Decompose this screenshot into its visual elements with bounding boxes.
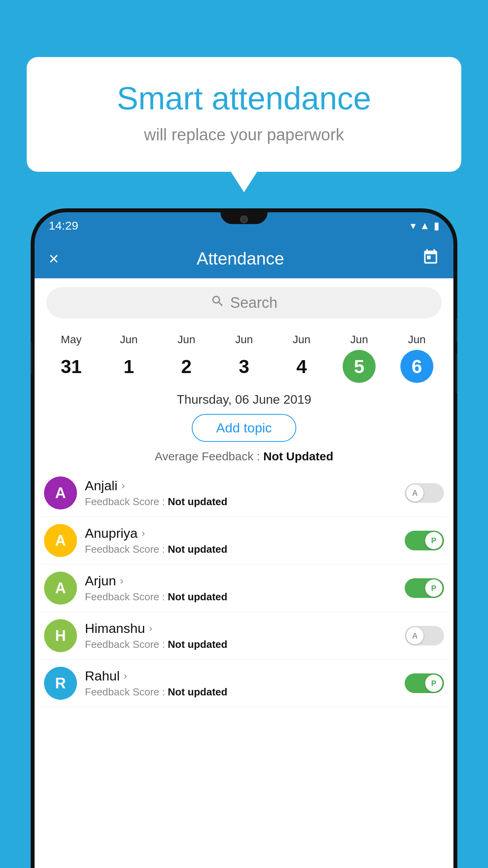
avatar: A [44,572,77,605]
toggle-wrap[interactable]: P [405,578,444,598]
student-list: AAnjali›Feedback Score : Not updatedAAAn… [35,469,453,707]
feedback-score: Feedback Score : Not updated [85,496,397,508]
student-item[interactable]: AAnupriya›Feedback Score : Not updatedP [41,517,447,565]
date-number[interactable]: 6 [400,350,433,383]
toggle-knob: P [425,675,442,692]
student-name: Himanshu› [85,621,397,636]
student-name: Anupriya› [85,526,397,541]
attendance-toggle[interactable]: P [405,578,444,598]
student-info: Rahul›Feedback Score : Not updated [77,668,405,698]
toggle-wrap[interactable]: A [405,626,444,645]
phone-frame: 14:29 ▾ ▲ ▮ × Attendance [31,208,457,868]
attendance-toggle[interactable]: A [405,626,444,645]
bubble-subtitle: will replace your paperwork [58,125,430,144]
speech-bubble: Smart attendance will replace your paper… [27,57,461,172]
camera [240,215,248,223]
student-info: Arjun›Feedback Score : Not updated [77,573,405,603]
date-strip: May31Jun1Jun2Jun3Jun4Jun5Jun6 [35,327,453,387]
chevron-icon: › [124,670,127,682]
add-topic-button[interactable]: Add topic [192,414,296,442]
student-info: Anjali›Feedback Score : Not updated [77,478,405,508]
feedback-score: Feedback Score : Not updated [85,543,397,555]
avatar: A [44,524,77,557]
toggle-knob: A [406,484,424,502]
date-month: Jun [293,333,310,346]
toggle-wrap[interactable]: P [405,673,444,693]
avatar: H [44,619,77,652]
student-item[interactable]: AAnjali›Feedback Score : Not updatedA [41,469,447,517]
avg-feedback: Average Feedback : Not Updated [35,448,453,469]
side-button-right-2 [456,354,457,393]
date-item[interactable]: May31 [42,333,100,383]
search-container: Search [35,278,453,327]
toggle-knob: A [406,627,424,644]
toggle-wrap[interactable]: A [405,483,444,503]
attendance-toggle[interactable]: P [405,673,444,693]
notch [220,212,268,224]
attendance-toggle[interactable]: P [405,531,444,550]
date-month: Jun [235,333,253,346]
close-button[interactable]: × [49,249,59,268]
date-number[interactable]: 3 [227,350,261,383]
speech-bubble-container: Smart attendance will replace your paper… [27,57,461,172]
side-button-left [31,342,32,373]
date-item[interactable]: Jun2 [158,333,215,383]
header-title: Attendance [197,249,284,268]
feedback-score: Feedback Score : Not updated [85,638,397,651]
date-item[interactable]: Jun6 [388,333,446,383]
feedback-score: Feedback Score : Not updated [85,686,397,698]
avatar: A [44,476,77,509]
wifi-icon: ▾ [411,220,416,232]
avg-feedback-value: Not Updated [263,450,333,463]
bubble-title: Smart attendance [58,81,430,116]
date-month: Jun [178,333,195,346]
calendar-icon[interactable] [422,248,439,269]
date-number[interactable]: 31 [55,350,88,383]
avg-feedback-label: Average Feedback : [155,450,263,463]
phone-inner: 14:29 ▾ ▲ ▮ × Attendance [35,212,453,868]
feedback-score: Feedback Score : Not updated [85,591,397,603]
student-info: Anupriya›Feedback Score : Not updated [77,526,405,555]
student-item[interactable]: HHimanshu›Feedback Score : Not updatedA [41,612,447,660]
side-button-right-1 [456,318,457,342]
chevron-icon: › [149,622,152,634]
student-name-text: Anupriya [85,526,138,541]
date-number[interactable]: 2 [170,350,203,383]
student-name-text: Anjali [85,478,117,493]
student-name: Anjali› [85,478,397,493]
chevron-icon: › [141,527,145,539]
toggle-knob: P [425,532,442,549]
date-item[interactable]: Jun4 [273,333,330,383]
signal-icon: ▲ [420,220,430,232]
selected-date-label: Thursday, 06 June 2019 [35,387,453,410]
toggle-knob: P [425,579,442,597]
student-name-text: Arjun [85,573,116,588]
search-input[interactable]: Search [230,294,277,311]
date-month: May [61,333,82,346]
attendance-toggle[interactable]: A [405,483,444,503]
search-bar[interactable]: Search [46,287,442,318]
date-number[interactable]: 4 [285,350,318,383]
app-header: × Attendance [35,239,453,278]
student-item[interactable]: AArjun›Feedback Score : Not updatedP [41,565,447,612]
chevron-icon: › [121,480,125,492]
date-number[interactable]: 5 [343,350,376,383]
date-item[interactable]: Jun3 [215,333,273,383]
student-info: Himanshu›Feedback Score : Not updated [77,621,405,651]
date-month: Jun [408,333,426,346]
avatar: R [44,667,77,700]
search-icon [211,294,225,312]
screen-content: Search May31Jun1Jun2Jun3Jun4Jun5Jun6 Thu… [35,278,453,868]
student-name: Arjun› [85,573,397,588]
date-item[interactable]: Jun1 [100,333,158,383]
date-item[interactable]: Jun5 [330,333,388,383]
student-name: Rahul› [85,668,397,684]
chevron-icon: › [120,575,123,587]
status-icons: ▾ ▲ ▮ [411,220,439,232]
date-month: Jun [350,333,368,346]
student-name-text: Rahul [85,668,120,684]
date-month: Jun [120,333,138,346]
student-item[interactable]: RRahul›Feedback Score : Not updatedP [41,660,447,707]
toggle-wrap[interactable]: P [405,531,444,550]
date-number[interactable]: 1 [112,350,145,383]
